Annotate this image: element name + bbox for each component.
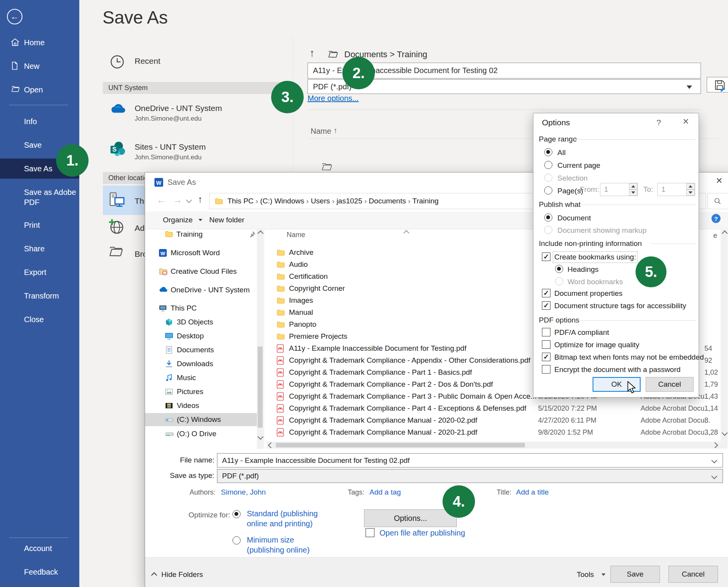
sidebar-item-home[interactable]: Home xyxy=(24,38,44,47)
from-spin-down[interactable] xyxy=(629,189,637,196)
file-name-input[interactable]: A11y - Example Inaccessible Document for… xyxy=(217,453,723,468)
options-button[interactable]: Options... xyxy=(364,509,457,527)
checkbox-create-bookmarks-using[interactable]: ✓ xyxy=(542,253,550,261)
tree-item-documents[interactable]: Documents xyxy=(177,346,214,354)
tree-item-music[interactable]: Music xyxy=(177,374,196,382)
tools-button[interactable]: Tools xyxy=(577,570,605,579)
hide-folders-button[interactable]: Hide Folders xyxy=(161,570,203,579)
address-path[interactable]: This PC › (C:) Windows › Users › jas1025… xyxy=(227,197,439,205)
file-row[interactable]: Copyright & Trademark Compliance - Part … xyxy=(269,403,718,414)
location-sites-unt-system[interactable]: Sites - UNT System xyxy=(135,142,206,152)
location-onedrive-unt-system[interactable]: OneDrive - UNT System xyxy=(135,104,222,113)
sidebar-item-save-as-adobe-pdf[interactable]: Save as Adobe PDF xyxy=(24,187,78,207)
save-button[interactable]: Save xyxy=(610,566,660,583)
nav-up-icon[interactable]: ↑ xyxy=(198,194,203,205)
sidebar-item-save-as[interactable]: Save As xyxy=(24,164,52,173)
new-folder-button[interactable]: New folder xyxy=(209,216,244,224)
checkbox-encrypt-the-document-with-a-password[interactable] xyxy=(542,365,550,374)
sidebar-item-share[interactable]: Share xyxy=(24,244,44,253)
nav-forward-icon[interactable]: → xyxy=(173,195,182,205)
optimize-minimum-label-1[interactable]: Minimum size xyxy=(247,536,294,544)
open-after-checkbox[interactable] xyxy=(366,528,374,537)
tags-add-link[interactable]: Add a tag xyxy=(369,488,401,497)
tree-item-videos[interactable]: Videos xyxy=(177,401,199,410)
optimize-standard-radio[interactable] xyxy=(232,510,241,518)
nav-recent-chevron-icon[interactable] xyxy=(186,197,192,203)
sidebar-item-open[interactable]: Open xyxy=(24,85,43,94)
sidebar-item-feedback[interactable]: Feedback xyxy=(24,568,58,577)
title-add-link[interactable]: Add a title xyxy=(516,488,549,497)
tree-item-onedrive-unt-system[interactable]: OneDrive - UNT System xyxy=(171,286,250,294)
list-vscrollbar[interactable] xyxy=(721,229,728,449)
save-button-icon-box[interactable] xyxy=(707,77,728,92)
breadcrumb-segment[interactable]: Documents xyxy=(369,197,406,205)
checkbox-pdf-a-compliant[interactable] xyxy=(542,328,550,336)
open-after-label[interactable]: Open file after publishing xyxy=(379,529,465,538)
file-name: Audio xyxy=(289,260,308,269)
save-type-select[interactable]: PDF (*.pdf) xyxy=(217,469,723,483)
list-sort-chevron-icon[interactable] xyxy=(403,230,410,236)
tree-scrollbar-thumb[interactable] xyxy=(258,346,263,428)
more-options-link[interactable]: More options... xyxy=(308,94,359,103)
chevron-down-icon xyxy=(602,573,605,576)
optimize-minimum-label-2[interactable]: (publishing online) xyxy=(247,546,309,555)
checkbox-document-structure-tags-for-accessibility[interactable]: ✓ xyxy=(542,301,550,310)
close-icon[interactable]: × xyxy=(716,174,722,187)
radio-current-page[interactable] xyxy=(544,161,552,169)
up-folder-icon[interactable]: ↑ xyxy=(309,47,315,59)
breadcrumb-segment[interactable]: jas1025 xyxy=(337,197,362,205)
help-icon[interactable]: ? xyxy=(711,213,721,224)
sidebar-item-save[interactable]: Save xyxy=(24,141,42,150)
sidebar-item-account[interactable]: Account xyxy=(24,544,52,553)
sidebar-item-info[interactable]: Info xyxy=(24,117,37,126)
nav-back-icon[interactable]: ← xyxy=(157,195,166,205)
list-name-header[interactable]: Name xyxy=(287,231,305,239)
checkbox-document-properties[interactable]: ✓ xyxy=(542,289,550,297)
to-spin-up[interactable] xyxy=(686,183,695,189)
options-cancel-button[interactable]: Cancel xyxy=(646,377,694,392)
tree-item-3d-objects[interactable]: 3D Objects xyxy=(177,318,213,326)
sidebar-item-transform[interactable]: Transform xyxy=(24,292,59,300)
cancel-button[interactable]: Cancel xyxy=(668,566,718,583)
tree-item-microsoft-word[interactable]: Microsoft Word xyxy=(171,249,220,257)
tree-item-training[interactable]: Training xyxy=(176,230,203,239)
list-size-header-partial[interactable]: e xyxy=(713,232,717,240)
tree-item-c-windows[interactable]: (C:) Windows xyxy=(177,415,221,424)
search-box[interactable] xyxy=(707,193,728,209)
list-hscrollbar-thumb[interactable] xyxy=(276,443,525,447)
checkbox-optimize-for-image-quality[interactable] xyxy=(542,340,550,349)
breadcrumb-segment[interactable]: Training xyxy=(412,197,439,205)
radio-headings[interactable] xyxy=(555,265,563,273)
tree-item-creative-cloud-files[interactable]: Creative Cloud Files xyxy=(171,267,237,276)
bs-name-column-header[interactable]: Name xyxy=(311,127,331,136)
back-button[interactable]: ← xyxy=(7,9,22,24)
sidebar-item-new[interactable]: New xyxy=(24,62,39,71)
optimize-minimum-radio[interactable] xyxy=(232,536,241,544)
organize-button[interactable]: Organize xyxy=(163,216,202,224)
radio-document[interactable] xyxy=(544,213,552,222)
tree-item-desktop[interactable]: Desktop xyxy=(177,332,204,340)
breadcrumb-segment[interactable]: Users xyxy=(311,197,330,205)
radio-all[interactable] xyxy=(544,148,552,156)
from-spin-up[interactable] xyxy=(629,183,637,189)
sidebar-item-print[interactable]: Print xyxy=(24,221,40,230)
sidebar-item-close[interactable]: Close xyxy=(24,315,44,324)
optimize-standard-label-2[interactable]: online and printing) xyxy=(247,519,313,528)
file-row[interactable]: Copyright & Trademark Compliance Manual … xyxy=(269,427,718,438)
location-recent[interactable]: Recent xyxy=(135,56,161,66)
sidebar-item-export[interactable]: Export xyxy=(24,268,46,277)
file-row[interactable]: Copyright & Trademark Compliance Manual … xyxy=(269,415,718,426)
authors-value[interactable]: Simone, John xyxy=(221,488,266,497)
tree-item-pictures[interactable]: Pictures xyxy=(177,387,203,396)
breadcrumb-segment[interactable]: (C:) Windows xyxy=(260,197,304,205)
tree-item-this-pc[interactable]: This PC xyxy=(171,304,197,312)
close-icon[interactable]: × xyxy=(683,116,689,128)
radio-page-s[interactable] xyxy=(544,186,552,195)
breadcrumb-segment[interactable]: This PC xyxy=(227,197,254,205)
tree-item-downloads[interactable]: Downloads xyxy=(177,360,213,368)
optimize-standard-label-1[interactable]: Standard (publishing xyxy=(247,509,318,518)
checkbox-bitmap-text-when-fonts-may-not-be-embedded[interactable]: ✓ xyxy=(542,353,550,361)
to-spin-down[interactable] xyxy=(686,189,695,196)
help-icon[interactable]: ? xyxy=(656,118,661,127)
tree-item-o-o-drive[interactable]: (O:) O Drive xyxy=(177,430,216,438)
